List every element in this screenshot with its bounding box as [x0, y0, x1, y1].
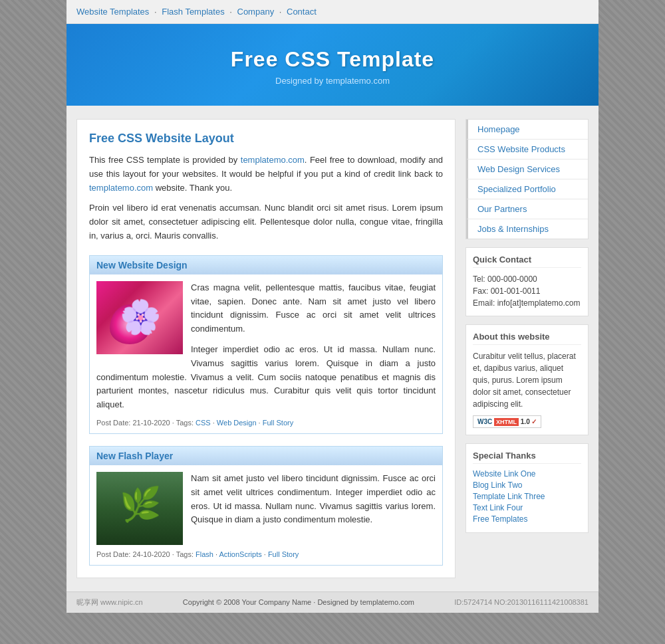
about-text: Curabitur velit tellus, placerat et, dap… — [473, 350, 581, 410]
sidebar-item-partners[interactable]: Our Partners — [466, 199, 588, 219]
nav-bar: Website Templates · Flash Templates · Co… — [66, 0, 598, 24]
article-1-title: New Website Design — [96, 260, 436, 270]
article-2-image — [96, 472, 183, 545]
article-1-image — [96, 281, 183, 354]
quick-contact-email: Email: info[at]templatemo.com — [473, 297, 581, 309]
content-wrapper: Free CSS Website Layout This free CSS te… — [66, 106, 598, 591]
quick-contact-title: Quick Contact — [473, 255, 581, 268]
site-title: Free CSS Template — [80, 47, 585, 72]
article-2-tag-actionscripts[interactable]: ActionScripts — [219, 550, 262, 558]
xhtml-label: XHTML — [494, 418, 519, 426]
intro-paragraph-2: Proin vel libero id erat venenatis accum… — [89, 201, 443, 243]
article-1-fullstory[interactable]: Full Story — [263, 419, 293, 427]
about-title: About this website — [473, 332, 581, 345]
sidebar-item-web-design[interactable]: Web Design Services — [466, 160, 588, 179]
nav-separator-1: · — [154, 7, 159, 17]
special-thanks-title: Special Thanks — [473, 451, 581, 464]
xhtml-version: 1.0 — [521, 418, 530, 425]
sidebar-item-jobs[interactable]: Jobs & Internships — [466, 219, 588, 239]
sidebar: Homepage CSS Website Products Web Design… — [466, 119, 589, 578]
quick-contact-box: Quick Contact Tel: 000-000-0000 Fax: 001… — [466, 247, 589, 316]
checkmark-icon: ✓ — [531, 418, 537, 425]
article-2: New Flash Player Nam sit amet justo vel … — [89, 446, 443, 566]
article-1-body: Cras magna velit, pellentesque mattis, f… — [90, 274, 442, 433]
intro-paragraph-1: This free CSS template is provided by te… — [89, 154, 443, 195]
sidebar-item-homepage[interactable]: Homepage — [466, 120, 588, 140]
w3c-badge: W3C XHTML 1.0 ✓ — [473, 415, 541, 428]
nav-contact[interactable]: Contact — [287, 7, 317, 17]
article-1: New Website Design Cras magna velit, pel… — [89, 255, 443, 434]
footer-watermark: 昵享网 www.nipic.cn — [76, 597, 143, 607]
special-link-5[interactable]: Free Templates — [473, 514, 581, 524]
article-2-meta: Post Date: 24-10-2020 · Tags: Flash · Ac… — [96, 550, 436, 558]
article-2-title: New Flash Player — [96, 451, 436, 461]
special-link-1[interactable]: Website Link One — [473, 469, 581, 479]
footer-id: ID:5724714 NO:20130116111421008381 — [454, 598, 589, 606]
footer: 昵享网 www.nipic.cn Copyright © 2008 Your C… — [66, 591, 598, 613]
special-link-2[interactable]: Blog Link Two — [473, 481, 581, 490]
article-2-date: 24-10-2020 — [132, 550, 170, 558]
about-box: About this website Curabitur velit tellu… — [466, 324, 589, 435]
special-link-3[interactable]: Template Link Three — [473, 492, 581, 501]
article-1-date: 21-10-2020 — [132, 419, 170, 427]
article-1-meta: Post Date: 21-10-2020 · Tags: CSS · Web … — [96, 419, 436, 427]
article-1-header: New Website Design — [90, 256, 442, 274]
nav-website-templates[interactable]: Website Templates — [76, 7, 149, 17]
sidebar-item-css-products[interactable]: CSS Website Products — [466, 140, 588, 160]
main-content: Free CSS Website Layout This free CSS te… — [76, 119, 456, 578]
sidebar-item-portfolio[interactable]: Specialized Portfolio — [466, 179, 588, 199]
quick-contact-tel: Tel: 000-000-0000 — [473, 273, 581, 285]
sidebar-nav: Homepage CSS Website Products Web Design… — [466, 119, 589, 239]
nav-flash-templates[interactable]: Flash Templates — [162, 7, 224, 17]
article-2-tag-flash[interactable]: Flash — [196, 550, 213, 558]
templatemo-link-1[interactable]: templatemo.com — [241, 155, 305, 165]
article-1-tag-css[interactable]: CSS — [196, 419, 211, 427]
article-1-tag-webdesign[interactable]: Web Design — [217, 419, 257, 427]
site-subtitle: Designed by templatemo.com — [80, 76, 585, 86]
special-link-4[interactable]: Text Link Four — [473, 503, 581, 512]
nav-separator-2: · — [229, 7, 234, 17]
article-2-body: Nam sit amet justo vel libero tincidunt … — [90, 465, 442, 565]
article-2-header: New Flash Player — [90, 447, 442, 465]
templatemo-link-2[interactable]: templatemo.com — [89, 183, 153, 193]
main-section-title: Free CSS Website Layout — [89, 132, 443, 146]
header-banner: Free CSS Template Designed by templatemo… — [66, 24, 598, 106]
w3c-label: W3C — [477, 418, 492, 425]
nav-company[interactable]: Company — [237, 7, 275, 17]
article-2-fullstory[interactable]: Full Story — [268, 550, 299, 558]
quick-contact-fax: Fax: 001-001-0011 — [473, 285, 581, 297]
special-thanks-links: Website Link One Blog Link Two Template … — [473, 469, 581, 524]
special-thanks-box: Special Thanks Website Link One Blog Lin… — [466, 443, 589, 533]
footer-copyright: Copyright © 2008 Your Company Name · Des… — [183, 598, 414, 606]
nav-separator-3: · — [279, 7, 284, 17]
